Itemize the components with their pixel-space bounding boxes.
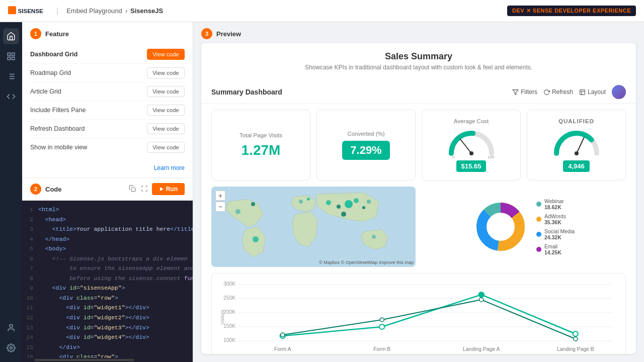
view-code-mobile-view[interactable]: View code [147,142,185,153]
nav-chart-icon[interactable] [3,48,19,64]
svg-text:250K: 250K [223,295,235,301]
breadcrumb-chevron: › [125,7,127,15]
dev-badge-k: ✕ [526,8,533,14]
nav-code-icon[interactable] [3,88,19,105]
code-line: 16 <div class="row"> [22,352,193,358]
filters-button[interactable]: Filters [512,88,537,96]
line-chart-section: 300K 250K 200K 150K 100K Visitors [201,273,636,354]
kpi-value-avg-cost: $15.65 [456,160,487,172]
svg-point-12 [10,324,13,327]
legend-label-webinar: Webinar18.62K [544,198,564,210]
nav-home-icon[interactable] [3,28,19,44]
dev-badge-dev: DEV [512,8,524,14]
kpi-qualified: QUALIFIED 4,946 [527,110,626,180]
code-line: 12 <div id="widget2"></div> [22,313,193,323]
svg-point-37 [253,236,259,242]
kpi-total-page-visits: Total Page Visits 1.27M [211,110,310,180]
code-hscroll-thumb [34,359,134,361]
learn-more-row: Learn more [22,158,193,177]
map-zoom-out[interactable]: − [215,202,225,212]
breadcrumb: Embed Playground › SisenseJS [66,7,163,15]
charts-row: + − [201,187,636,273]
svg-text:0: 0 [452,155,455,158]
feature-list: Dashboard Grid View code Roadmap Grid Vi… [22,43,193,158]
svg-point-34 [307,198,310,201]
svg-text:Visitors: Visitors [220,310,225,325]
kpi-label-page-visits: Total Page Visits [239,132,282,138]
section2-number: 2 [30,184,41,195]
svg-point-32 [367,200,371,204]
feature-name-refresh-dashboard: Refresh Dashboard [30,125,85,132]
feature-name-dashboard-grid: Dashboard Grid [30,51,77,58]
code-line: 2 <head> [22,215,193,225]
kpi-label-qualified: QUALIFIED [558,118,594,124]
view-code-refresh-dashboard[interactable]: View code [147,123,185,134]
code-editor[interactable]: 1<html> 2 <head> 3 <title>Your applicati… [22,201,193,358]
refresh-button[interactable]: Refresh [543,88,573,96]
svg-point-25 [575,151,579,155]
section3-title: Preview [216,30,241,38]
logo[interactable]: SISENSE [8,6,48,16]
svg-point-44 [488,214,514,240]
main-layout: 1 Feature Dashboard Grid View code Roadm… [0,22,644,362]
code-line: 14 <div id="widget4"></div> [22,332,193,342]
user-avatar[interactable] [612,85,626,99]
topbar-right: DEV ✕ SENSE DEVELOPER EXPERIENCE [507,6,636,16]
svg-rect-3 [12,53,15,55]
layout-button[interactable]: Layout [579,88,606,96]
dev-badge-exp: EXPERIENCE [593,8,631,14]
view-code-dashboard-grid[interactable]: View code [147,49,185,60]
view-code-article-grid[interactable]: View code [147,86,185,97]
learn-more-link[interactable]: Learn more [154,164,185,171]
code-line: 3 <title>Your application title here</ti… [22,224,193,234]
gauge-avg-cost: 0 100 [446,128,497,158]
layout-icon [579,89,586,96]
svg-rect-2 [8,53,10,55]
feature-row-mobile-view: Show in mobile view View code [30,138,185,156]
svg-text:100: 100 [488,155,495,158]
kpi-label-avg-cost: Average Cost [454,118,489,124]
feature-name-filters-pane: Include Filters Pane [30,107,86,114]
line-chart-svg: 300K 250K 200K 150K 100K Visitors [220,280,617,354]
svg-rect-0 [8,6,16,14]
donut-widget: Webinar18.62K AdWords35.36K Social Media… [422,187,626,267]
donut-chart-svg [473,199,528,254]
kpi-value-page-visits: 1.27M [242,142,281,158]
view-code-filters-pane[interactable]: View code [147,105,185,116]
legend-dot-social [536,232,541,237]
svg-point-35 [235,209,240,214]
svg-point-31 [362,206,365,209]
svg-line-24 [577,137,584,153]
dashboard-toolbar: Summary Dashboard Filters Refresh Layout [201,81,636,104]
code-section: 2 Code Run 1<html> 2 <head [22,178,193,362]
copy-icon[interactable] [128,184,137,195]
svg-marker-15 [160,187,164,191]
line-chart-card: 300K 250K 200K 150K 100K Visitors [211,273,626,354]
code-scrollbar[interactable] [22,358,193,362]
svg-text:300K: 300K [223,281,235,287]
code-line: 6 <!-- Sisense.js bootstraps a div eleme… [22,254,193,264]
kpi-converted: Converted (%) 7.29% [316,110,416,180]
left-panel: 1 Feature Dashboard Grid View code Roadm… [22,22,193,362]
svg-text:SISENSE: SISENSE [18,8,43,14]
code-tools: Run [128,183,185,195]
svg-line-20 [460,139,471,153]
legend-dot-adwords [536,217,541,222]
breadcrumb-root[interactable]: Embed Playground [66,7,122,15]
view-code-roadmap-grid[interactable]: View code [147,67,185,78]
run-button[interactable]: Run [152,183,185,195]
nav-settings-icon[interactable] [3,340,19,356]
toolbar-actions: Filters Refresh Layout [512,85,626,99]
svg-point-65 [380,318,384,322]
kpi-label-converted: Converted (%) [347,131,384,137]
code-line: 5 <body> [22,244,193,254]
feature-row-dashboard-grid: Dashboard Grid View code [30,45,185,64]
map-zoom-in[interactable]: + [215,191,225,201]
nav-grid-icon[interactable] [3,68,19,84]
legend-label-social: Social Media24.32K [544,228,575,240]
layout-label: Layout [588,88,606,96]
expand-icon[interactable] [140,184,149,195]
svg-point-29 [337,205,341,209]
nav-user-icon[interactable] [3,320,19,336]
legend-label-adwords: AdWords35.36K [544,213,566,225]
